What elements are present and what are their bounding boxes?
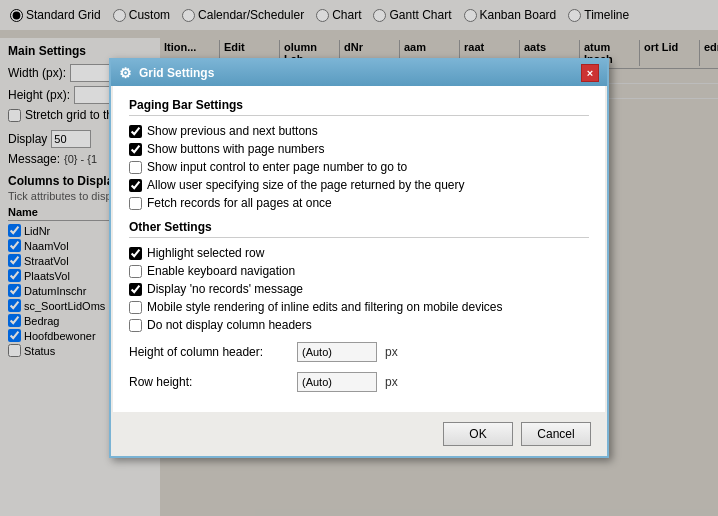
row-height-input[interactable]: [297, 372, 377, 392]
list-item: Mobile style rendering of inline edits a…: [129, 300, 589, 314]
list-item: Display 'no records' message: [129, 282, 589, 296]
titlebar-icon: ⚙: [119, 65, 135, 81]
row-height-label: Row height:: [129, 375, 289, 389]
paging-checkboxes: Show previous and next buttonsShow butto…: [129, 124, 589, 210]
row-height-px: px: [385, 375, 398, 389]
other-checkbox[interactable]: [129, 265, 142, 278]
other-section-title: Other Settings: [129, 220, 589, 238]
list-item: Enable keyboard navigation: [129, 264, 589, 278]
col-header-height-row: Height of column header: px: [129, 342, 589, 362]
modal-titlebar: ⚙ Grid Settings ×: [111, 60, 607, 86]
checkbox-label: Show input control to enter page number …: [147, 160, 407, 174]
paging-checkbox[interactable]: [129, 179, 142, 192]
other-checkboxes: Highlight selected rowEnable keyboard na…: [129, 246, 589, 332]
list-item: Do not display column headers: [129, 318, 589, 332]
checkbox-label: Allow user specifying size of the page r…: [147, 178, 465, 192]
list-item: Allow user specifying size of the page r…: [129, 178, 589, 192]
paging-checkbox[interactable]: [129, 161, 142, 174]
row-height-row: Row height: px: [129, 372, 589, 392]
paging-checkbox[interactable]: [129, 143, 142, 156]
list-item: Show previous and next buttons: [129, 124, 589, 138]
list-item: Show input control to enter page number …: [129, 160, 589, 174]
modal-title: Grid Settings: [139, 66, 214, 80]
checkbox-label: Show previous and next buttons: [147, 124, 318, 138]
col-header-height-input[interactable]: [297, 342, 377, 362]
close-button[interactable]: ×: [581, 64, 599, 82]
other-checkbox[interactable]: [129, 283, 142, 296]
checkbox-label: Display 'no records' message: [147, 282, 303, 296]
checkbox-label: Mobile style rendering of inline edits a…: [147, 300, 503, 314]
titlebar-left: ⚙ Grid Settings: [119, 65, 214, 81]
checkbox-label: Fetch records for all pages at once: [147, 196, 332, 210]
modal-footer: OK Cancel: [111, 414, 607, 456]
paging-checkbox[interactable]: [129, 197, 142, 210]
checkbox-label: Show buttons with page numbers: [147, 142, 324, 156]
paging-checkbox[interactable]: [129, 125, 142, 138]
modal-overlay: ⚙ Grid Settings × Paging Bar Settings Sh…: [0, 0, 718, 516]
checkbox-label: Enable keyboard navigation: [147, 264, 295, 278]
col-header-height-label: Height of column header:: [129, 345, 289, 359]
modal-dialog: ⚙ Grid Settings × Paging Bar Settings Sh…: [109, 58, 609, 458]
modal-body: Paging Bar Settings Show previous and ne…: [113, 86, 605, 412]
other-checkbox[interactable]: [129, 319, 142, 332]
list-item: Show buttons with page numbers: [129, 142, 589, 156]
paging-section-title: Paging Bar Settings: [129, 98, 589, 116]
other-checkbox[interactable]: [129, 301, 142, 314]
list-item: Highlight selected row: [129, 246, 589, 260]
checkbox-label: Do not display column headers: [147, 318, 312, 332]
checkbox-label: Highlight selected row: [147, 246, 264, 260]
ok-button[interactable]: OK: [443, 422, 513, 446]
cancel-button[interactable]: Cancel: [521, 422, 591, 446]
other-checkbox[interactable]: [129, 247, 142, 260]
list-item: Fetch records for all pages at once: [129, 196, 589, 210]
col-header-px: px: [385, 345, 398, 359]
